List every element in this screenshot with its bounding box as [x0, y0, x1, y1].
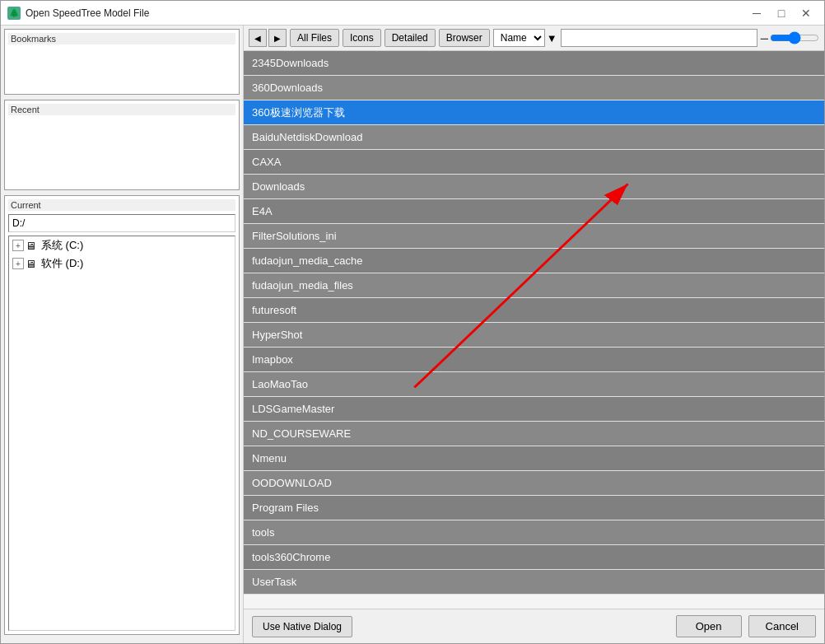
title-bar: 🌲 Open SpeedTree Model File ─ □ ✕: [1, 1, 824, 26]
open-button[interactable]: Open: [676, 615, 742, 637]
sort-arrow-icon: ▼: [547, 32, 557, 44]
icons-button[interactable]: Icons: [343, 29, 381, 47]
file-item-name-360-browser: 360极速浏览器下载: [252, 105, 345, 120]
file-item-name-e4a: E4A: [252, 205, 273, 217]
file-item-name-caxa: CAXA: [252, 156, 281, 168]
zoom-range[interactable]: [770, 31, 819, 44]
maximize-button[interactable]: □: [770, 4, 793, 22]
right-panel: 2345Downloads360Downloads360极速浏览器下载Baidu…: [244, 51, 824, 609]
file-item-name-nmenu: Nmenu: [252, 452, 287, 464]
file-item-360downloads[interactable]: 360Downloads: [244, 76, 824, 100]
file-item-nmenu[interactable]: Nmenu: [244, 446, 824, 471]
file-item-name-tools: tools: [252, 526, 274, 539]
file-item-fudaojun-cache[interactable]: fudaojun_media_cache: [244, 249, 824, 273]
file-item-360-browser[interactable]: 360极速浏览器下载: [244, 100, 824, 125]
recent-label: Recent: [8, 104, 235, 115]
file-item-tools[interactable]: tools: [244, 520, 824, 545]
all-files-button[interactable]: All Files: [290, 29, 339, 47]
file-item-nd-courseware[interactable]: ND_COURSEWARE: [244, 422, 824, 446]
recent-section: Recent: [4, 100, 240, 190]
main-window: 🌲 Open SpeedTree Model File ─ □ ✕ Bookma…: [0, 0, 825, 644]
expand-icon-system-c[interactable]: +: [12, 240, 24, 251]
file-item-usertask[interactable]: UserTask: [244, 570, 824, 595]
forward-button[interactable]: ▶: [268, 29, 287, 47]
right-panel-wrapper: ◀ ▶ All Files Icons Detailed Browser Nam…: [244, 26, 824, 643]
file-item-programfiles[interactable]: Program Files: [244, 496, 824, 520]
file-item-name-baidu: BaiduNetdiskDownload: [252, 131, 362, 143]
toolbar: ◀ ▶ All Files Icons Detailed Browser Nam…: [244, 26, 824, 51]
file-item-name-360downloads: 360Downloads: [252, 82, 323, 94]
close-button[interactable]: ✕: [795, 4, 818, 22]
cancel-button[interactable]: Cancel: [748, 615, 816, 637]
directory-tree[interactable]: + 🖥 系统 (C:) + 🖥 软件 (D:): [8, 236, 235, 631]
file-item-name-programfiles: Program Files: [252, 502, 319, 514]
file-item-name-imapbox: Imapbox: [252, 353, 293, 366]
tree-item-system-c[interactable]: + 🖥 系统 (C:): [9, 236, 235, 254]
file-item-baidu[interactable]: BaiduNetdiskDownload: [244, 125, 824, 150]
file-item-name-oodownload: OODOWNLOAD: [252, 477, 332, 489]
file-item-downloads[interactable]: Downloads: [244, 175, 824, 199]
file-item-2345downloads[interactable]: 2345Downloads: [244, 51, 824, 76]
app-icon: 🌲: [7, 7, 21, 20]
window-title: Open SpeedTree Model File: [26, 7, 149, 19]
file-item-name-downloads: Downloads: [252, 180, 305, 193]
minimize-button[interactable]: ─: [745, 4, 768, 22]
tree-label-software-d: 软件 (D:): [41, 256, 83, 271]
file-item-imapbox[interactable]: Imapbox: [244, 348, 824, 372]
file-item-fudaojun-files[interactable]: fudaojun_media_files: [244, 273, 824, 298]
file-item-ldsgame[interactable]: LDSGameMaster: [244, 397, 824, 422]
search-input[interactable]: [561, 29, 757, 47]
file-item-name-filtersolutions: FilterSolutions_ini: [252, 230, 337, 242]
bookmarks-section: Bookmarks: [4, 29, 240, 95]
drive-icon-software-d: 🖥: [26, 258, 39, 269]
tree-label-system-c: 系统 (C:): [41, 238, 83, 253]
back-button[interactable]: ◀: [249, 29, 267, 47]
bottom-right-buttons: Open Cancel: [676, 615, 816, 637]
file-item-filtersolutions[interactable]: FilterSolutions_ini: [244, 224, 824, 249]
file-item-e4a[interactable]: E4A: [244, 199, 824, 224]
file-item-name-fudaojun-cache: fudaojun_media_cache: [252, 254, 362, 267]
left-panel: Bookmarks Recent Current D:/ + 🖥 系统 (C:): [1, 26, 244, 643]
title-bar-left: 🌲 Open SpeedTree Model File: [7, 7, 149, 20]
title-bar-controls: ─ □ ✕: [745, 4, 818, 22]
file-item-name-2345downloads: 2345Downloads: [252, 57, 329, 69]
bottom-bar: Use Native Dialog Open Cancel: [244, 609, 824, 643]
file-item-caxa[interactable]: CAXA: [244, 150, 824, 175]
main-content: Bookmarks Recent Current D:/ + 🖥 系统 (C:): [1, 26, 824, 643]
file-item-oodownload[interactable]: OODOWNLOAD: [244, 471, 824, 496]
browser-button[interactable]: Browser: [439, 29, 490, 47]
sort-dropdown[interactable]: Name Date Size Type: [493, 29, 545, 47]
file-list[interactable]: 2345Downloads360Downloads360极速浏览器下载Baidu…: [244, 51, 824, 609]
file-item-name-futuresoft: futuresoft: [252, 304, 296, 316]
file-item-name-ldsgame: LDSGameMaster: [252, 403, 334, 415]
use-native-dialog-button[interactable]: Use Native Dialog: [252, 616, 352, 637]
file-item-laomao[interactable]: LaoMaoTao: [244, 372, 824, 397]
file-item-name-laomao: LaoMaoTao: [252, 378, 308, 390]
file-item-hypershot[interactable]: HyperShot: [244, 323, 824, 348]
expand-icon-software-d[interactable]: +: [12, 258, 24, 269]
tree-item-software-d[interactable]: + 🖥 软件 (D:): [9, 254, 235, 273]
sort-select: Name Date Size Type ▼: [493, 29, 557, 47]
detailed-button[interactable]: Detailed: [385, 29, 436, 47]
file-item-name-nd-courseware: ND_COURSEWARE: [252, 427, 351, 440]
zoom-minus-icon[interactable]: ─: [761, 32, 768, 44]
file-item-name-hypershot: HyperShot: [252, 329, 302, 341]
file-item-tools360[interactable]: tools360Chrome: [244, 545, 824, 570]
current-label: Current: [8, 199, 235, 211]
bookmarks-label: Bookmarks: [8, 33, 235, 44]
nav-buttons: ◀ ▶: [249, 29, 287, 47]
file-item-name-fudaojun-files: fudaojun_media_files: [252, 279, 353, 292]
current-path: D:/: [8, 214, 235, 232]
drive-icon-system-c: 🖥: [26, 240, 39, 251]
file-item-futuresoft[interactable]: futuresoft: [244, 298, 824, 323]
zoom-slider: ─: [761, 31, 819, 44]
file-item-name-usertask: UserTask: [252, 576, 296, 588]
file-item-name-tools360: tools360Chrome: [252, 551, 330, 563]
current-section: Current D:/ + 🖥 系统 (C:) + 🖥 软件 (D:): [4, 195, 240, 635]
